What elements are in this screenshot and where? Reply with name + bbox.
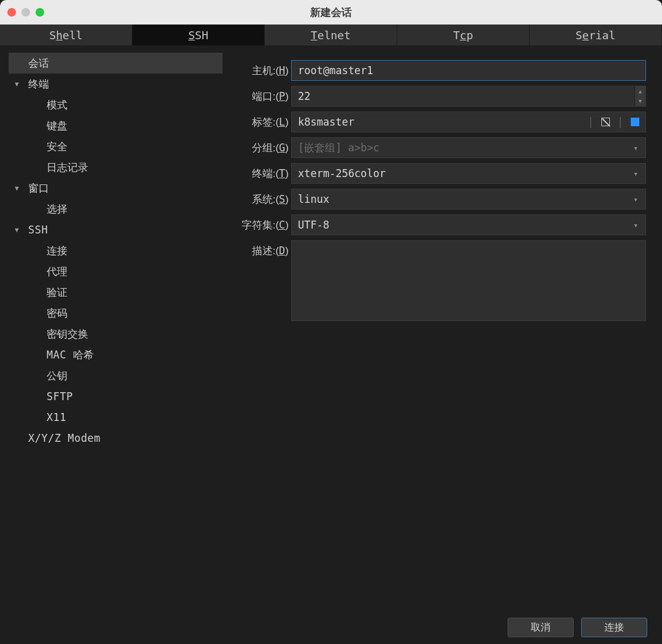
sidebar-item-ssh[interactable]: ▼ SSH <box>9 219 223 240</box>
sidebar-item-window[interactable]: ▼ 窗口 <box>9 178 223 199</box>
sidebar-item-label: X11 <box>47 411 66 423</box>
tab-tcp[interactable]: Tcp <box>397 25 530 45</box>
session-form: 主机:(H) 端口:(P) ▲ ▼ 标签:(L) | <box>223 45 662 611</box>
connect-button[interactable]: 连接 <box>581 618 647 637</box>
settings-tree: 会话 ▼ 终端 模式 键盘 安全 日志记录 ▼ 窗口 选择 ▼ SSH 连接 代… <box>0 53 223 449</box>
desc-textarea[interactable] <box>291 240 646 321</box>
sidebar-item-label: 验证 <box>47 286 67 300</box>
sidebar-item-label: 密钥交换 <box>47 327 88 341</box>
sidebar-item-terminal[interactable]: ▼ 终端 <box>9 74 223 94</box>
close-window-button[interactable] <box>7 8 16 17</box>
cancel-button[interactable]: 取消 <box>508 618 574 637</box>
sidebar-item-label: 密码 <box>47 306 67 320</box>
sidebar-item-proxy[interactable]: 代理 <box>9 261 223 282</box>
sidebar-item-label: 公钥 <box>47 369 67 383</box>
sidebar-item-security[interactable]: 安全 <box>9 136 223 157</box>
window-title: 新建会话 <box>0 6 662 20</box>
chevron-down-icon: ▼ <box>13 226 23 233</box>
system-select[interactable]: linux <box>291 189 646 210</box>
sidebar-item-label: 窗口 <box>28 181 49 195</box>
titlebar: 新建会话 <box>0 0 662 25</box>
sidebar-item-label: 模式 <box>47 98 67 112</box>
sidebar-item-session[interactable]: 会话 <box>9 53 223 74</box>
sidebar-item-pubkey[interactable]: 公钥 <box>9 365 223 386</box>
sidebar-item-x11[interactable]: X11 <box>9 407 223 428</box>
divider-icon: | <box>588 116 594 128</box>
tag-label: 标签:(L) <box>230 115 291 129</box>
settings-sidebar: 会话 ▼ 终端 模式 键盘 安全 日志记录 ▼ 窗口 选择 ▼ SSH 连接 代… <box>0 45 223 611</box>
minimize-window-button[interactable] <box>21 8 30 17</box>
sidebar-item-label: 选择 <box>47 202 67 216</box>
sidebar-item-label: 代理 <box>47 265 67 279</box>
tag-input[interactable]: | | <box>291 112 646 132</box>
sidebar-item-auth[interactable]: 验证 <box>9 282 223 303</box>
system-value: linux <box>298 193 329 205</box>
sidebar-item-logging[interactable]: 日志记录 <box>9 157 223 178</box>
group-label: 分组:(G) <box>230 141 291 155</box>
sidebar-item-modem[interactable]: X/Y/Z Modem <box>9 428 223 449</box>
system-label: 系统:(S) <box>230 192 291 206</box>
sidebar-item-label: 终端 <box>28 77 49 91</box>
sidebar-item-sftp[interactable]: SFTP <box>9 386 223 407</box>
sidebar-item-label: 会话 <box>28 56 49 70</box>
color-swatch-icon[interactable] <box>631 118 639 126</box>
sidebar-item-label: 连接 <box>47 244 67 258</box>
sidebar-item-label: 键盘 <box>47 119 67 133</box>
host-label: 主机:(H) <box>230 64 291 78</box>
cancel-button-label: 取消 <box>531 621 550 634</box>
tab-serial[interactable]: Serial <box>530 25 662 45</box>
sidebar-item-kex[interactable]: 密钥交换 <box>9 324 223 344</box>
group-placeholder: [嵌套组] a>b>c <box>298 141 379 155</box>
sidebar-item-label: 日志记录 <box>47 161 88 175</box>
charset-label: 字符集:(C) <box>230 218 291 232</box>
stepper-down-icon[interactable]: ▼ <box>634 96 645 106</box>
tag-color-controls: | | <box>588 116 640 128</box>
sidebar-item-mac[interactable]: MAC 哈希 <box>9 344 223 365</box>
port-input[interactable]: ▲ ▼ <box>291 86 646 107</box>
sidebar-item-label: 安全 <box>47 140 67 154</box>
dialog-footer: 取消 连接 <box>0 611 662 644</box>
tab-shell[interactable]: Shell <box>0 25 132 45</box>
sidebar-item-connect[interactable]: 连接 <box>9 240 223 261</box>
chevron-down-icon: ▼ <box>13 80 23 88</box>
stepper-up-icon[interactable]: ▲ <box>634 86 645 96</box>
port-stepper: ▲ ▼ <box>634 86 645 106</box>
charset-select[interactable]: UTF-8 <box>291 214 646 235</box>
sidebar-item-label: X/Y/Z Modem <box>28 432 101 444</box>
sidebar-item-label: MAC 哈希 <box>47 348 94 362</box>
charset-value: UTF-8 <box>298 219 329 231</box>
group-select[interactable]: [嵌套组] a>b>c <box>291 137 646 158</box>
terminal-select[interactable]: xterm-256color <box>291 163 646 184</box>
sidebar-item-password[interactable]: 密码 <box>9 303 223 324</box>
sidebar-item-label: SFTP <box>47 390 73 403</box>
desc-label: 描述:(D) <box>230 240 291 258</box>
divider-icon: | <box>617 116 623 128</box>
terminal-label: 终端:(T) <box>230 167 291 181</box>
terminal-value: xterm-256color <box>298 167 386 180</box>
tab-telnet[interactable]: Telnet <box>265 25 397 45</box>
chevron-down-icon: ▼ <box>13 184 23 192</box>
no-color-icon[interactable] <box>601 118 610 126</box>
sidebar-item-keyboard[interactable]: 键盘 <box>9 115 223 136</box>
protocol-tabbar: Shell SSH Telnet Tcp Serial <box>0 25 662 45</box>
tab-ssh[interactable]: SSH <box>132 25 265 45</box>
sidebar-item-mode[interactable]: 模式 <box>9 94 223 115</box>
connect-button-label: 连接 <box>604 621 624 634</box>
sidebar-item-select[interactable]: 选择 <box>9 199 223 219</box>
port-label: 端口:(P) <box>230 89 291 104</box>
host-input[interactable] <box>291 60 646 81</box>
main-content: 会话 ▼ 终端 模式 键盘 安全 日志记录 ▼ 窗口 选择 ▼ SSH 连接 代… <box>0 45 662 611</box>
window-controls <box>7 8 44 17</box>
zoom-window-button[interactable] <box>36 8 44 17</box>
sidebar-item-label: SSH <box>28 224 48 236</box>
